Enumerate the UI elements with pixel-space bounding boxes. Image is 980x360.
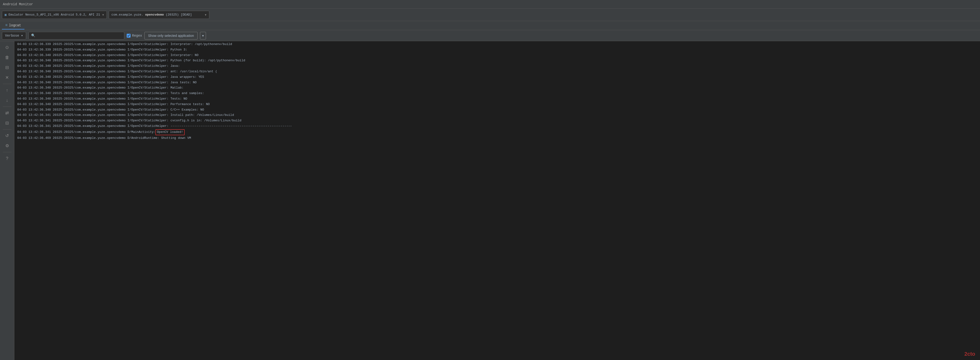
- main-area: ⊙ 🗑 ⊟ ✕ ↑ ↓ ⇄ ⊟ ↺ ⚙ ? 04-03 13:42:36.339…: [0, 41, 980, 360]
- filter-button[interactable]: ⊟: [2, 63, 12, 72]
- log-text: 04-03 13:42:36.340 20325-20325/com.examp…: [17, 58, 245, 63]
- settings-button[interactable]: ⚙: [2, 141, 12, 150]
- app-selector-suffix: (20325) [DEAD]: [166, 13, 192, 16]
- watermark: 2cto: [964, 351, 975, 357]
- log-text: 04-03 13:42:36.340 20325-20325/com.examp…: [17, 108, 204, 113]
- log-line: 04-03 13:42:36.340 20325-20325/com.examp…: [14, 80, 980, 86]
- app-selector-name: opencvdemo: [145, 13, 164, 16]
- log-text-prefix: 04-03 13:42:36.341 20325-20325/com.examp…: [17, 130, 156, 135]
- verbose-selector[interactable]: Verbose ▾: [2, 32, 26, 40]
- log-text: 04-03 13:42:36.469 20325-20325/com.examp…: [17, 136, 191, 141]
- sidebar-separator-1: [3, 84, 11, 84]
- left-sidebar: ⊙ 🗑 ⊟ ✕ ↑ ↓ ⇄ ⊟ ↺ ⚙ ?: [0, 41, 14, 360]
- device-icon: ▣: [5, 13, 6, 17]
- logcat-tab-icon: ≡: [5, 23, 8, 27]
- log-text: 04-03 13:42:36.340 20325-20325/com.examp…: [17, 80, 197, 85]
- log-line: 04-03 13:42:36.340 20325-20325/com.examp…: [14, 107, 980, 113]
- log-text: 04-03 13:42:36.340 20325-20325/com.examp…: [17, 69, 217, 74]
- log-line: 04-03 13:42:36.341 20325-20325/com.examp…: [14, 129, 980, 135]
- logcat-tab-label: logcat: [9, 24, 21, 27]
- log-line: 04-03 13:42:36.341 20325-20325/com.examp…: [14, 118, 980, 124]
- log-text: 04-03 13:42:36.341 20325-20325/com.examp…: [17, 118, 242, 123]
- log-line: 04-03 13:42:36.340 20325-20325/com.examp…: [14, 53, 980, 58]
- scroll-down-button[interactable]: ↓: [2, 96, 12, 105]
- regex-checkbox[interactable]: [127, 34, 130, 38]
- sidebar-separator-2: [3, 106, 11, 107]
- logcat-tabs: ≡ logcat: [0, 21, 980, 30]
- device-selector-label: Emulator Nexus_5_API_21_x86 Android 5.0.…: [8, 13, 100, 16]
- search-icon: 🔍: [31, 33, 35, 38]
- log-text: 04-03 13:42:36.340 20325-20325/com.examp…: [17, 91, 204, 96]
- log-text: 04-03 13:42:36.340 20325-20325/com.examp…: [17, 86, 183, 90]
- opencv-loaded-badge: OpenCV loaded!: [156, 129, 185, 135]
- android-monitor-window: Android Monitor ▣ Emulator Nexus_5_API_2…: [0, 0, 980, 360]
- scroll-up-button[interactable]: ↑: [2, 86, 12, 95]
- device-selector-chevron-icon: ▾: [102, 13, 104, 17]
- regex-option[interactable]: Regex: [127, 34, 142, 38]
- log-line: 04-03 13:42:36.339 20325-20325/com.examp…: [14, 47, 980, 53]
- verbose-chevron-icon: ▾: [21, 33, 23, 38]
- regex-label: Regex: [132, 34, 142, 38]
- log-line: 04-03 13:42:36.339 20325-20325/com.examp…: [14, 42, 980, 47]
- log-line: 04-03 13:42:36.340 20325-20325/com.examp…: [14, 85, 980, 91]
- camera-button[interactable]: ⊙: [2, 43, 12, 52]
- search-box[interactable]: 🔍: [29, 32, 124, 40]
- log-text: 04-03 13:42:36.340 20325-20325/com.examp…: [17, 63, 180, 69]
- log-line: 04-03 13:42:36.340 20325-20325/com.examp…: [14, 91, 980, 96]
- device-toolbar: ▣ Emulator Nexus_5_API_21_x86 Android 5.…: [0, 9, 980, 21]
- verbose-label: Verbose: [5, 34, 19, 38]
- app-selector-prefix: com.example.yuze.: [111, 13, 143, 16]
- log-line: 04-03 13:42:36.340 20325-20325/com.examp…: [14, 75, 980, 80]
- show-selected-button[interactable]: Show only selected application: [145, 32, 197, 40]
- app-selector[interactable]: com.example.yuze.opencvdemo (20325) [DEA…: [109, 11, 209, 19]
- search-input[interactable]: [37, 34, 122, 37]
- show-selected-chevron-button[interactable]: ▾: [200, 32, 206, 40]
- print-button[interactable]: ⊟: [2, 119, 12, 127]
- log-line: 04-03 13:42:36.340 20325-20325/com.examp…: [14, 102, 980, 107]
- log-text: 04-03 13:42:36.340 20325-20325/com.examp…: [17, 53, 199, 58]
- log-line: 04-03 13:42:36.341 20325-20325/com.examp…: [14, 124, 980, 129]
- app-selector-chevron-icon: ▾: [205, 13, 207, 17]
- log-line: 04-03 13:42:36.340 20325-20325/com.examp…: [14, 63, 980, 69]
- delete-button[interactable]: 🗑: [2, 53, 12, 62]
- log-line: 04-03 13:42:36.340 20325-20325/com.examp…: [14, 58, 980, 63]
- log-area[interactable]: 04-03 13:42:36.339 20325-20325/com.examp…: [14, 41, 980, 360]
- logcat-tab[interactable]: ≡ logcat: [2, 22, 24, 29]
- title-bar-text: Android Monitor: [3, 2, 33, 6]
- help-button[interactable]: ?: [2, 154, 12, 163]
- log-text: 04-03 13:42:36.340 20325-20325/com.examp…: [17, 102, 210, 107]
- close-button[interactable]: ✕: [2, 73, 12, 82]
- transfer-button[interactable]: ⇄: [2, 109, 12, 117]
- title-bar: Android Monitor: [0, 0, 980, 9]
- log-line: 04-03 13:42:36.340 20325-20325/com.examp…: [14, 69, 980, 75]
- device-selector[interactable]: ▣ Emulator Nexus_5_API_21_x86 Android 5.…: [2, 11, 107, 19]
- log-text: 04-03 13:42:36.339 20325-20325/com.examp…: [17, 48, 187, 52]
- log-line: 04-03 13:42:36.469 20325-20325/com.examp…: [14, 135, 980, 141]
- sidebar-separator-3: [3, 129, 11, 130]
- log-line: 04-03 13:42:36.341 20325-20325/com.examp…: [14, 113, 980, 118]
- log-text: 04-03 13:42:36.341 20325-20325/com.examp…: [17, 124, 292, 129]
- log-text: 04-03 13:42:36.340 20325-20325/com.examp…: [17, 97, 187, 101]
- refresh-button[interactable]: ↺: [2, 132, 12, 140]
- log-text: 04-03 13:42:36.340 20325-20325/com.examp…: [17, 75, 204, 80]
- filter-toolbar: Verbose ▾ 🔍 Regex Show only selected app…: [0, 30, 980, 41]
- log-text: 04-03 13:42:36.341 20325-20325/com.examp…: [17, 113, 234, 118]
- log-line: 04-03 13:42:36.340 20325-20325/com.examp…: [14, 96, 980, 102]
- log-text: 04-03 13:42:36.339 20325-20325/com.examp…: [17, 42, 232, 47]
